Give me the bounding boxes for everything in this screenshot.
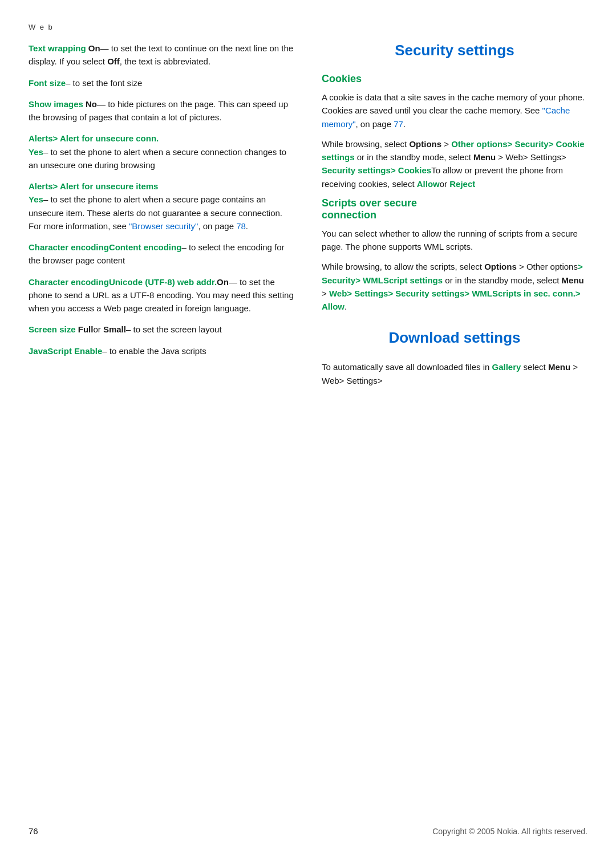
label-alerts-items-yes: Yes xyxy=(29,194,43,204)
label-font-size: Font size xyxy=(29,78,66,88)
download-para1: To automatically save all downloaded fil… xyxy=(322,360,587,387)
page-container: W e b Text wrapping On— to set the text … xyxy=(0,0,616,853)
footer-copyright: Copyright © 2005 Nokia. All rights reser… xyxy=(432,827,587,836)
section-title-download: Download settings xyxy=(322,329,587,347)
browser-security-link: "Browser security" xyxy=(129,221,198,231)
scripts-para1: You can select whether to allow the runn… xyxy=(322,227,587,254)
subsection-title-scripts: Scripts over secureconnection xyxy=(322,197,587,221)
cookies-para1: A cookie is data that a site saves in th… xyxy=(322,91,587,131)
label-alerts-conn-yes: Yes xyxy=(29,147,43,157)
entry-text-wrapping: Text wrapping On— to set the text to con… xyxy=(29,42,294,68)
menu-bold-3: Menu xyxy=(548,362,570,372)
label-content-encoding: Content encoding xyxy=(109,242,182,252)
page-ref-78: 78 xyxy=(236,221,246,231)
options-bold-2: Options xyxy=(484,262,517,271)
security-settings-green: Security settings xyxy=(322,165,391,175)
cache-memory-link: "Cache memory" xyxy=(322,105,570,128)
entry-alerts-items: Alerts> Alert for unsecure items Yes– to… xyxy=(29,180,294,233)
show-images-no: No xyxy=(83,99,97,109)
entry-char-encoding-content: Character encodingContent encoding– to s… xyxy=(29,241,294,267)
allow-green: Allow xyxy=(417,179,440,189)
page-footer: 76 Copyright © 2005 Nokia. All rights re… xyxy=(29,826,587,836)
section-title-security: Security settings xyxy=(322,42,587,59)
scripts-para2: While browsing, to allow the scripts, se… xyxy=(322,260,587,313)
page-ref-77: 77 xyxy=(394,119,403,129)
label-alerts-conn: Alerts> Alert for unsecure conn. xyxy=(29,133,159,143)
label-char-encoding: Character encoding xyxy=(29,242,109,252)
label-alerts-items: Alerts> Alert for unsecure items xyxy=(29,181,158,191)
entry-javascript: JavaScript Enable– to enable the Java sc… xyxy=(29,344,294,358)
menu-bold-1: Menu xyxy=(473,152,496,162)
subsection-title-cookies: Cookies xyxy=(322,73,587,85)
reject-green: Reject xyxy=(449,179,475,189)
text-wrapping-on: On xyxy=(86,43,100,53)
label-show-images: Show images xyxy=(29,99,83,109)
cookies-green: > Cookies xyxy=(391,165,431,175)
javascript-enable: Enable xyxy=(74,346,102,356)
security-green-2: > Security> WMLScript settings xyxy=(322,262,583,285)
other-options-green: Other options xyxy=(451,139,507,149)
unicode-on: On xyxy=(217,277,229,287)
label-javascript: JavaScript xyxy=(29,346,72,356)
label-unicode: Unicode (UTF-8) web addr. xyxy=(109,277,217,287)
left-column: Text wrapping On— to set the text to con… xyxy=(29,42,294,394)
label-text-wrapping: Text wrapping xyxy=(29,43,86,53)
text-wrapping-off: Off xyxy=(107,56,120,66)
label-char-encoding-unicode: Character encoding xyxy=(29,277,109,287)
options-bold-1: Options xyxy=(409,139,441,149)
page-header: W e b xyxy=(29,23,587,31)
label-screen-size: Screen size xyxy=(29,324,76,334)
entry-char-encoding-unicode: Character encodingUnicode (UTF-8) web ad… xyxy=(29,275,294,315)
screen-size-full: Full xyxy=(78,324,94,334)
entry-screen-size: Screen size Fullor Small– to set the scr… xyxy=(29,323,294,336)
web-settings-green: Web> Settings> Security settings> WMLScr… xyxy=(322,289,581,311)
cookies-para2: While browsing, select Options > Other o… xyxy=(322,137,587,190)
entry-font-size: Font size– to set the font size xyxy=(29,76,294,90)
menu-bold-2: Menu xyxy=(562,275,584,285)
entry-show-images: Show images No— to hide pictures on the … xyxy=(29,98,294,124)
entry-alerts-conn: Alerts> Alert for unsecure conn. Yes– to… xyxy=(29,132,294,172)
gallery-green: Gallery xyxy=(492,362,521,372)
two-column-layout: Text wrapping On— to set the text to con… xyxy=(29,42,587,394)
footer-page-number: 76 xyxy=(29,826,38,836)
right-column: Security settings Cookies A cookie is da… xyxy=(322,42,587,394)
screen-size-small: Small xyxy=(103,324,126,334)
